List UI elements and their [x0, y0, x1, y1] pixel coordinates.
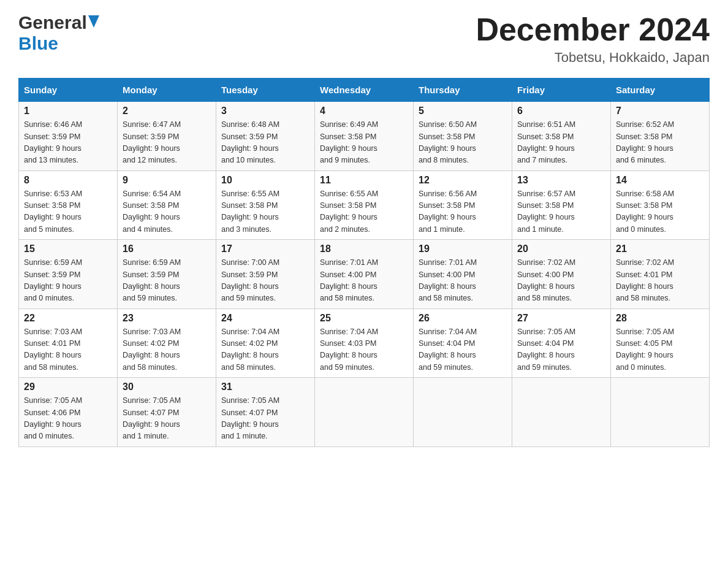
- daylight-text2: and 7 minutes.: [517, 156, 567, 164]
- day-info: Sunrise: 6:56 AMSunset: 3:58 PMDaylight:…: [419, 188, 507, 236]
- sunrise-text: Sunrise: 7:03 AM: [123, 327, 181, 336]
- daylight-text2: and 0 minutes.: [24, 294, 74, 302]
- daylight-text: Daylight: 9 hours: [24, 420, 82, 429]
- calendar-cell: 8Sunrise: 6:53 AMSunset: 3:58 PMDaylight…: [19, 170, 118, 240]
- day-number: 22: [24, 313, 112, 324]
- sunrise-text: Sunrise: 7:05 AM: [221, 396, 279, 405]
- sunrise-text: Sunrise: 7:01 AM: [320, 258, 378, 267]
- day-info: Sunrise: 6:50 AMSunset: 3:58 PMDaylight:…: [419, 119, 507, 167]
- daylight-text2: and 5 minutes.: [24, 225, 74, 234]
- calendar-cell: 19Sunrise: 7:01 AMSunset: 4:00 PMDayligh…: [414, 240, 512, 309]
- sunrise-text: Sunrise: 6:49 AM: [320, 120, 378, 129]
- daylight-text2: and 59 minutes.: [517, 363, 572, 372]
- calendar-week-row: 29Sunrise: 7:05 AMSunset: 4:06 PMDayligh…: [19, 378, 710, 447]
- daylight-text: Daylight: 9 hours: [419, 144, 476, 153]
- daylight-text2: and 0 minutes.: [24, 432, 74, 440]
- sunset-text: Sunset: 4:02 PM: [221, 339, 278, 348]
- day-info: Sunrise: 7:02 AMSunset: 4:00 PMDaylight:…: [517, 257, 605, 305]
- calendar-cell: 31Sunrise: 7:05 AMSunset: 4:07 PMDayligh…: [216, 378, 315, 447]
- day-number: 6: [517, 105, 605, 117]
- day-number: 12: [419, 175, 507, 186]
- logo-general: General: [18, 12, 87, 33]
- calendar-cell: 21Sunrise: 7:02 AMSunset: 4:01 PMDayligh…: [611, 240, 710, 309]
- sunset-text: Sunset: 3:58 PM: [517, 132, 574, 141]
- day-info: Sunrise: 6:59 AMSunset: 3:59 PMDaylight:…: [123, 257, 211, 305]
- col-header-wednesday: Wednesday: [315, 79, 414, 102]
- daylight-text2: and 9 minutes.: [320, 156, 370, 164]
- daylight-text: Daylight: 8 hours: [24, 351, 82, 359]
- col-header-friday: Friday: [512, 79, 611, 102]
- calendar-cell: 20Sunrise: 7:02 AMSunset: 4:00 PMDayligh…: [512, 240, 611, 309]
- day-number: 16: [123, 243, 211, 255]
- calendar-cell: 30Sunrise: 7:05 AMSunset: 4:07 PMDayligh…: [118, 378, 216, 447]
- day-number: 2: [123, 105, 211, 117]
- calendar-week-row: 22Sunrise: 7:03 AMSunset: 4:01 PMDayligh…: [19, 308, 710, 378]
- calendar-cell: 2Sunrise: 6:47 AMSunset: 3:59 PMDaylight…: [118, 102, 216, 171]
- day-number: 17: [221, 243, 309, 255]
- daylight-text2: and 3 minutes.: [221, 225, 271, 234]
- sunrise-text: Sunrise: 6:55 AM: [221, 190, 279, 198]
- sunrise-text: Sunrise: 6:58 AM: [616, 190, 674, 198]
- sunset-text: Sunset: 4:00 PM: [419, 270, 475, 279]
- day-info: Sunrise: 7:04 AMSunset: 4:03 PMDaylight:…: [320, 326, 408, 374]
- sunrise-text: Sunrise: 6:55 AM: [320, 190, 378, 198]
- day-number: 24: [221, 313, 309, 324]
- daylight-text: Daylight: 9 hours: [616, 213, 673, 221]
- sunrise-text: Sunrise: 7:05 AM: [123, 396, 181, 405]
- sunrise-text: Sunrise: 6:53 AM: [24, 190, 82, 198]
- daylight-text: Daylight: 8 hours: [616, 282, 673, 291]
- sunrise-text: Sunrise: 7:03 AM: [24, 327, 82, 336]
- calendar-cell: 7Sunrise: 6:52 AMSunset: 3:58 PMDaylight…: [611, 102, 710, 171]
- day-number: 5: [419, 105, 507, 117]
- calendar-cell: [414, 378, 512, 447]
- calendar-cell: 23Sunrise: 7:03 AMSunset: 4:02 PMDayligh…: [118, 308, 216, 378]
- calendar-table: SundayMondayTuesdayWednesdayThursdayFrid…: [18, 78, 710, 447]
- day-number: 27: [517, 313, 605, 324]
- sunrise-text: Sunrise: 7:01 AM: [419, 258, 477, 267]
- daylight-text2: and 58 minutes.: [419, 294, 473, 302]
- calendar-cell: 25Sunrise: 7:04 AMSunset: 4:03 PMDayligh…: [315, 308, 414, 378]
- sunset-text: Sunset: 4:04 PM: [517, 339, 574, 348]
- daylight-text2: and 58 minutes.: [123, 363, 177, 372]
- day-info: Sunrise: 6:55 AMSunset: 3:58 PMDaylight:…: [320, 188, 408, 236]
- daylight-text2: and 10 minutes.: [221, 156, 276, 164]
- sunrise-text: Sunrise: 6:54 AM: [123, 190, 181, 198]
- daylight-text: Daylight: 9 hours: [320, 144, 377, 153]
- calendar-cell: [512, 378, 611, 447]
- daylight-text2: and 58 minutes.: [616, 294, 670, 302]
- day-number: 26: [419, 313, 507, 324]
- day-info: Sunrise: 7:03 AMSunset: 4:02 PMDaylight:…: [123, 326, 211, 374]
- daylight-text: Daylight: 9 hours: [123, 144, 180, 153]
- svg-marker-0: [88, 15, 99, 28]
- day-info: Sunrise: 6:58 AMSunset: 3:58 PMDaylight:…: [616, 188, 704, 236]
- day-number: 9: [123, 175, 211, 186]
- daylight-text2: and 59 minutes.: [221, 294, 276, 302]
- day-number: 7: [616, 105, 704, 117]
- daylight-text: Daylight: 8 hours: [221, 282, 279, 291]
- sunrise-text: Sunrise: 6:56 AM: [419, 190, 477, 198]
- day-info: Sunrise: 7:04 AMSunset: 4:02 PMDaylight:…: [221, 326, 309, 374]
- sunset-text: Sunset: 4:01 PM: [616, 270, 672, 279]
- day-info: Sunrise: 6:51 AMSunset: 3:58 PMDaylight:…: [517, 119, 605, 167]
- logo: General Blue: [18, 12, 99, 54]
- daylight-text2: and 58 minutes.: [517, 294, 572, 302]
- day-info: Sunrise: 7:02 AMSunset: 4:01 PMDaylight:…: [616, 257, 704, 305]
- day-info: Sunrise: 7:00 AMSunset: 3:59 PMDaylight:…: [221, 257, 309, 305]
- daylight-text: Daylight: 9 hours: [517, 213, 575, 221]
- day-info: Sunrise: 7:05 AMSunset: 4:04 PMDaylight:…: [517, 326, 605, 374]
- calendar-cell: 13Sunrise: 6:57 AMSunset: 3:58 PMDayligh…: [512, 170, 611, 240]
- day-info: Sunrise: 6:52 AMSunset: 3:58 PMDaylight:…: [616, 119, 704, 167]
- calendar-cell: 14Sunrise: 6:58 AMSunset: 3:58 PMDayligh…: [611, 170, 710, 240]
- daylight-text: Daylight: 9 hours: [24, 282, 82, 291]
- calendar-cell: 10Sunrise: 6:55 AMSunset: 3:58 PMDayligh…: [216, 170, 315, 240]
- sunset-text: Sunset: 4:05 PM: [616, 339, 672, 348]
- day-info: Sunrise: 6:47 AMSunset: 3:59 PMDaylight:…: [123, 119, 211, 167]
- day-info: Sunrise: 7:04 AMSunset: 4:04 PMDaylight:…: [419, 326, 507, 374]
- day-info: Sunrise: 6:53 AMSunset: 3:58 PMDaylight:…: [24, 188, 112, 236]
- daylight-text: Daylight: 9 hours: [24, 144, 82, 153]
- sunset-text: Sunset: 4:02 PM: [123, 339, 179, 348]
- calendar-cell: 11Sunrise: 6:55 AMSunset: 3:58 PMDayligh…: [315, 170, 414, 240]
- calendar-cell: 4Sunrise: 6:49 AMSunset: 3:58 PMDaylight…: [315, 102, 414, 171]
- daylight-text: Daylight: 8 hours: [517, 282, 575, 291]
- daylight-text2: and 12 minutes.: [123, 156, 177, 164]
